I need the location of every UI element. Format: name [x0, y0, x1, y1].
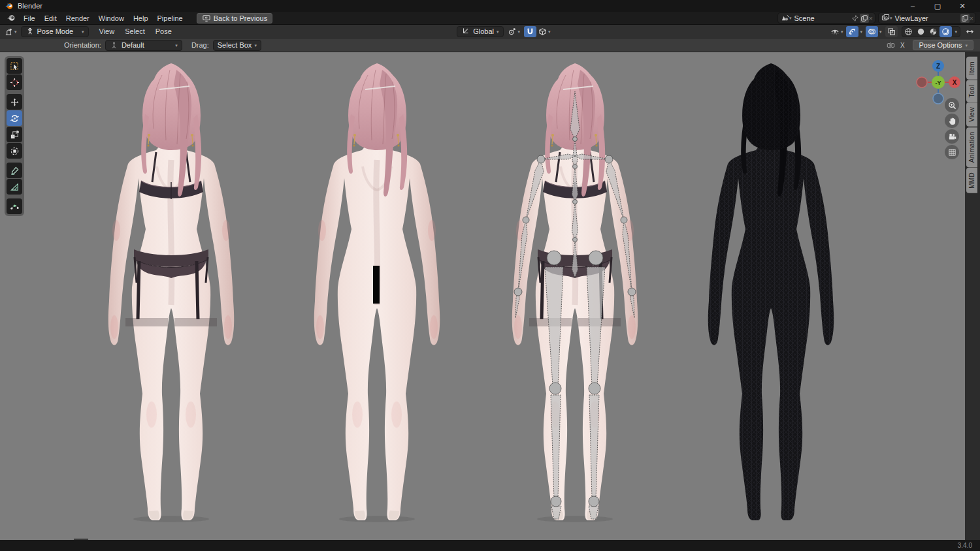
- drag-chevron: ▾: [254, 43, 257, 48]
- menu-view[interactable]: View: [94, 26, 120, 37]
- gizmo-chevron[interactable]: ▾: [860, 29, 862, 34]
- tab-view[interactable]: View: [966, 102, 977, 127]
- drag-dropdown[interactable]: Select Box ▾: [213, 40, 261, 51]
- censor-bar: [373, 266, 380, 304]
- tool-transform[interactable]: [7, 143, 22, 159]
- tool-pose-breakdowner[interactable]: [7, 198, 22, 214]
- menu-pipeline[interactable]: Pipeline: [153, 13, 188, 24]
- viewlayer-selector[interactable]: ▾ ViewLayer ×: [878, 12, 976, 24]
- mode-dropdown[interactable]: Pose Mode ▾: [21, 26, 89, 37]
- tool-select-box[interactable]: [7, 58, 22, 74]
- new-scene-icon[interactable]: [860, 14, 869, 23]
- region-resize-notch[interactable]: [74, 539, 88, 540]
- menu-edit[interactable]: Edit: [40, 13, 61, 24]
- orientation-value: Global: [473, 27, 494, 35]
- tool-rotate[interactable]: [7, 110, 22, 126]
- tab-tool[interactable]: Tool: [966, 80, 977, 102]
- tool-settings-bar: Orientation: Default ▾ Drag: Select Box …: [0, 39, 980, 52]
- viewlayer-unlink-button[interactable]: ×: [970, 14, 973, 22]
- pose-options-dropdown[interactable]: Pose Options ▾: [913, 40, 973, 50]
- back-to-previous-button[interactable]: Back to Previous: [197, 13, 273, 24]
- snap-chevron: ▾: [548, 29, 551, 34]
- tool-cursor[interactable]: [7, 74, 22, 90]
- tool-move[interactable]: [7, 94, 22, 110]
- gizmo-z-label: Z: [936, 63, 940, 70]
- scene-icon: [780, 14, 789, 23]
- menu-render[interactable]: Render: [61, 13, 94, 24]
- figure-armature-model[interactable]: [512, 63, 638, 522]
- menu-file[interactable]: File: [19, 13, 40, 24]
- shading-rendered-button[interactable]: [939, 26, 952, 37]
- mirror-x-toggle[interactable]: X: [897, 40, 907, 50]
- pose-mirror-icon[interactable]: [884, 40, 897, 50]
- orientation-axes-icon: [461, 27, 470, 36]
- pivot-point-dropdown[interactable]: ▾: [508, 27, 521, 36]
- show-overlays-toggle[interactable]: [866, 26, 878, 37]
- orientation-default-dropdown[interactable]: Default ▾: [105, 40, 182, 51]
- pivot-point-icon: [508, 27, 517, 36]
- tab-item[interactable]: Item: [966, 57, 977, 80]
- scene-selector[interactable]: ▾ Scene ×: [777, 12, 875, 24]
- app-menu-button[interactable]: [4, 13, 19, 23]
- viewport-3d[interactable]: Z X -Y Item Tool View Animation MMD: [0, 52, 980, 540]
- scene-unlink-button[interactable]: ×: [869, 14, 873, 22]
- pin-icon[interactable]: [851, 14, 860, 23]
- pose-options-chevron: ▾: [965, 43, 968, 48]
- tool-scale[interactable]: [7, 127, 22, 142]
- menu-help[interactable]: Help: [129, 13, 153, 24]
- orientation-label: Orientation:: [64, 41, 101, 49]
- status-bar: 3.4.0: [0, 540, 980, 551]
- figure-wireframe-model[interactable]: [708, 63, 834, 520]
- tab-animation[interactable]: Animation: [966, 127, 977, 167]
- drag-label: Drag:: [191, 41, 209, 49]
- orientation-chevron: ▾: [497, 29, 499, 34]
- orthographic-grid-button[interactable]: [945, 145, 959, 159]
- back-screen-icon: [202, 14, 211, 23]
- menubar: File Edit Render Window Help Pipeline Ba…: [0, 12, 980, 25]
- viewlayer-icon: [881, 14, 890, 23]
- show-gizmo-toggle[interactable]: [846, 26, 858, 37]
- menu-pose[interactable]: Pose: [150, 26, 177, 37]
- figure-textured-model[interactable]: [108, 63, 234, 522]
- tab-mmd[interactable]: MMD: [966, 168, 977, 193]
- overlays-chevron[interactable]: ▾: [879, 29, 882, 34]
- gizmo-negx-axis: [917, 77, 927, 87]
- minimize-button[interactable]: –: [900, 0, 925, 12]
- camera-view-button[interactable]: [945, 129, 959, 144]
- figure-base-model[interactable]: [314, 63, 440, 522]
- shading-chevron[interactable]: ▾: [952, 29, 960, 34]
- editor-type-button[interactable]: ▾: [4, 27, 17, 36]
- drag-value: Select Box: [218, 41, 252, 49]
- tool-measure[interactable]: [7, 179, 22, 195]
- window-title: Blender: [18, 2, 42, 10]
- snap-toggle[interactable]: [524, 26, 536, 37]
- scene-render: [0, 52, 980, 540]
- menu-window[interactable]: Window: [94, 13, 129, 24]
- transform-orientation-dropdown[interactable]: Global ▾: [457, 26, 503, 37]
- pivot-chevron: ▾: [518, 29, 521, 34]
- maximize-button[interactable]: ▢: [925, 0, 950, 12]
- blender-logo-icon: [5, 2, 14, 10]
- visibility-chevron: ▾: [841, 29, 843, 34]
- viewport-toolbar: [5, 56, 24, 216]
- scene-name[interactable]: Scene: [792, 14, 851, 22]
- close-button[interactable]: ✕: [950, 0, 975, 12]
- xray-toggle[interactable]: [885, 26, 898, 37]
- snap-increment-icon: [538, 27, 547, 36]
- viewport-header: ▾ Pose Mode ▾ View Select Pose Global ▾ …: [0, 25, 980, 39]
- tool-annotate[interactable]: [7, 163, 22, 178]
- new-viewlayer-icon[interactable]: [960, 14, 970, 23]
- shading-solid-button[interactable]: [915, 26, 927, 37]
- viewlayer-name[interactable]: ViewLayer: [892, 14, 960, 22]
- zoom-view-button[interactable]: [945, 98, 959, 112]
- editor-3d-viewport-icon: [4, 27, 13, 36]
- object-visibility-dropdown[interactable]: ▾: [830, 27, 843, 36]
- header-expand-icon[interactable]: [964, 27, 976, 36]
- shading-wireframe-button[interactable]: [902, 26, 915, 37]
- pan-view-button[interactable]: [945, 114, 959, 128]
- menu-select[interactable]: Select: [120, 26, 150, 37]
- shading-material-button[interactable]: [927, 26, 939, 37]
- orientation-default-chevron: ▾: [175, 43, 178, 48]
- snap-settings-dropdown[interactable]: ▾: [538, 27, 551, 36]
- blender-version: 3.4.0: [958, 542, 972, 549]
